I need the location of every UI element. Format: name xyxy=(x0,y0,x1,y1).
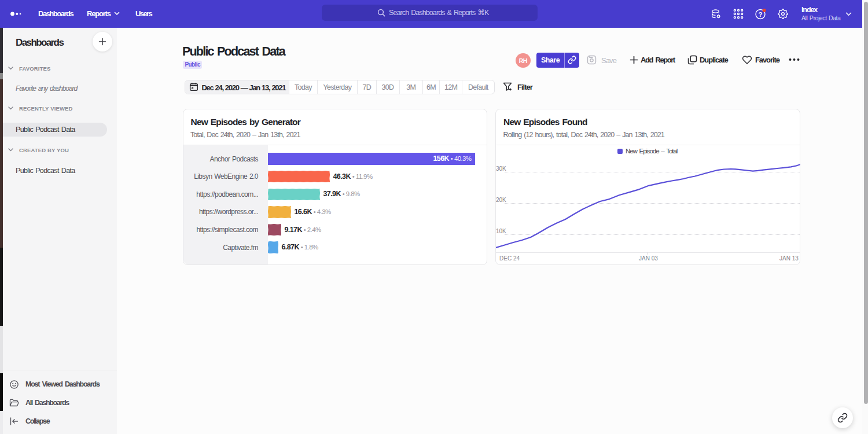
svg-text:?: ? xyxy=(758,11,762,18)
